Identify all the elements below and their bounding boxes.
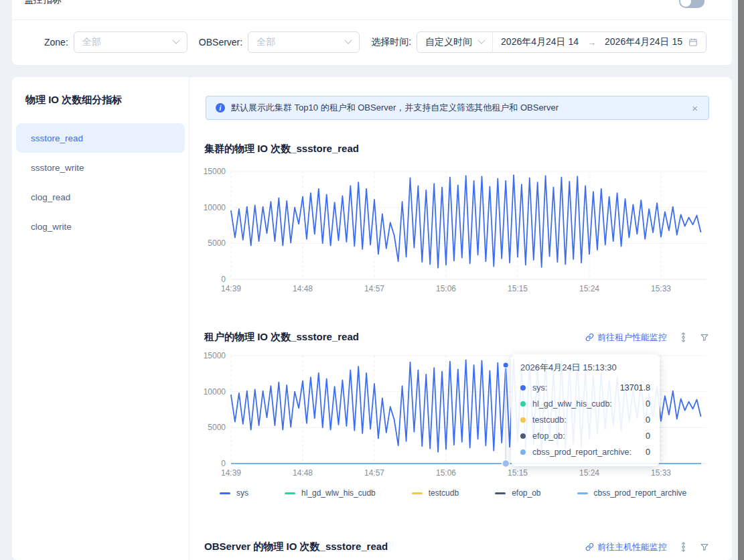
tooltip-row: hl_gd_wlw_his_cudb:0 [520, 396, 650, 412]
range-end: 2026年4月24日 15 [605, 36, 682, 48]
tooltip-series-name: efop_ob: [532, 431, 646, 441]
svg-text:15:15: 15:15 [508, 284, 528, 293]
tooltip-series-value: 0 [646, 431, 650, 441]
time-mode-value: 自定义时间 [425, 36, 472, 48]
cluster-chart[interactable]: 05000100001500014:3914:4814:5715:0615:15… [200, 165, 709, 299]
info-icon: i [216, 103, 225, 113]
cluster-chart-header: 集群的物理 IO 次数_ssstore_read [204, 142, 709, 156]
tenant-chart-header: 租户的物理 IO 次数_ssstore_read 前往租户性能监控 [204, 330, 709, 344]
host-performance-link[interactable]: 前往主机性能监控 [585, 541, 667, 553]
tenant-performance-link[interactable]: 前往租户性能监控 [585, 332, 667, 344]
svg-text:14:57: 14:57 [364, 284, 384, 293]
legend-label: sys [236, 488, 248, 498]
zone-select[interactable]: 全部 [74, 31, 188, 53]
observer-label: OBServer: [199, 37, 242, 48]
svg-text:15:06: 15:06 [436, 468, 456, 478]
legend-label: cbss_prod_report_archive [594, 488, 687, 498]
switch-toggle[interactable] [679, 0, 704, 8]
svg-text:15:15: 15:15 [508, 468, 528, 478]
legend-item-sys[interactable]: sys [220, 488, 248, 498]
svg-text:14:57: 14:57 [364, 468, 384, 478]
legend-label: testcudb [429, 488, 459, 498]
observer-chart-title: OBServer 的物理 IO 次数_ssstore_read [204, 541, 585, 553]
tooltip-series-value: 0 [646, 447, 650, 457]
legend-dash-icon [495, 492, 506, 494]
link-icon [585, 543, 594, 551]
range-start: 2026年4月24日 14 [501, 36, 579, 48]
tooltip-row: efop_ob:0 [520, 428, 650, 444]
legend-dash-icon [412, 492, 423, 494]
clipped-page-tab: 监控指标 [24, 0, 62, 6]
tenant-chart-legend: syshl_gd_wlw_his_cudbtestcudbefop_obcbss… [220, 486, 709, 500]
sidebar-item-clog_read[interactable]: clog_read [16, 182, 185, 212]
svg-text:15000: 15000 [204, 167, 226, 176]
tooltip-series-name: hl_gd_wlw_his_cudb: [532, 399, 646, 409]
sidebar-item-clog_write[interactable]: clog_write [16, 212, 185, 241]
switch-knob [680, 0, 691, 7]
observer-select[interactable]: 全部 [248, 31, 360, 53]
svg-text:14:39: 14:39 [221, 284, 241, 293]
legend-item-testcudb[interactable]: testcudb [412, 488, 459, 498]
tenant-chart[interactable]: 05000100001500014:3914:4814:5715:0615:15… [200, 349, 709, 483]
tooltip-series-value: 13701.8 [620, 383, 650, 393]
tooltip-row: testcudb:0 [520, 412, 650, 428]
move-icon[interactable] [678, 542, 688, 552]
sidebar-list: ssstore_readssstore_writeclog_readclog_w… [12, 123, 189, 241]
legend-label: efop_ob [512, 488, 540, 498]
legend-dash-icon [577, 492, 588, 494]
chevron-down-icon [345, 37, 352, 44]
legend-item-cbss_prod_report_archive[interactable]: cbss_prod_report_archive [577, 488, 687, 498]
svg-text:15:06: 15:06 [436, 284, 456, 293]
chart-tooltip: 2026年4月24日 15:13:30 sys:13701.8hl_gd_wlw… [511, 354, 660, 466]
legend-item-efop_ob[interactable]: efop_ob [495, 488, 540, 498]
host-link-label: 前往主机性能监控 [597, 541, 667, 553]
tooltip-row: sys:13701.8 [520, 380, 650, 396]
content-card: 物理 IO 次数细分指标 ssstore_readssstore_writecl… [12, 77, 732, 560]
clipped-top-row: 监控指标 [12, 0, 732, 20]
series-dot-icon [520, 433, 526, 439]
tenant-link-label: 前往租户性能监控 [597, 332, 667, 344]
date-range-picker[interactable]: 2026年4月24日 14 → 2026年4月24日 15 [493, 36, 706, 48]
close-icon[interactable]: × [690, 102, 699, 115]
cluster-chart-canvas[interactable]: 05000100001500014:3914:4814:5715:0615:15… [200, 165, 709, 299]
filter-row: Zone: 全部 OBServer: 全部 选择时间: 自定义时间 2026年4… [12, 20, 732, 64]
vertical-scrollbar[interactable] [738, 0, 744, 560]
svg-text:14:48: 14:48 [293, 284, 313, 293]
range-arrow: → [587, 38, 596, 48]
banner-text: 默认展示此集群 Top10 的租户和 OBServer，并支持自定义筛选其他租户… [231, 102, 690, 114]
series-dot-icon [520, 385, 526, 391]
move-icon[interactable] [678, 332, 688, 342]
tenant-chart-title: 租户的物理 IO 次数_ssstore_read [204, 331, 585, 344]
sidebar-title: 物理 IO 次数细分指标 [12, 94, 189, 107]
funnel-icon[interactable] [700, 543, 709, 552]
funnel-icon[interactable] [700, 333, 709, 342]
sidebar-item-ssstore_write[interactable]: ssstore_write [16, 153, 185, 182]
sidebar-item-ssstore_read[interactable]: ssstore_read [16, 123, 185, 153]
svg-text:5000: 5000 [208, 238, 226, 248]
legend-dash-icon [220, 492, 230, 494]
svg-text:15:24: 15:24 [579, 468, 599, 478]
svg-text:0: 0 [221, 459, 226, 468]
tooltip-series-value: 0 [646, 415, 650, 425]
svg-text:14:39: 14:39 [221, 468, 241, 478]
zone-label: Zone: [44, 37, 68, 48]
link-icon [585, 333, 594, 342]
time-label: 选择时间: [371, 36, 411, 48]
zone-select-value: 全部 [82, 36, 173, 48]
legend-dash-icon [285, 492, 295, 494]
legend-item-hl_gd_wlw_his_cudb[interactable]: hl_gd_wlw_his_cudb [285, 488, 376, 498]
series-dot-icon [520, 417, 526, 423]
observer-select-value: 全部 [256, 36, 346, 48]
svg-text:15:24: 15:24 [579, 284, 599, 293]
time-mode-select[interactable]: 自定义时间 [417, 36, 492, 48]
tooltip-series-name: cbss_prod_report_archive: [532, 447, 646, 457]
series-dot-icon [520, 449, 526, 455]
series-dot-icon [520, 401, 526, 407]
tooltip-timestamp: 2026年4月24日 15:13:30 [520, 362, 650, 374]
observer-chart-header: OBServer 的物理 IO 次数_ssstore_read 前往主机性能监控 [204, 540, 709, 554]
legend-label: hl_gd_wlw_his_cudb [301, 488, 376, 498]
chevron-down-icon [477, 37, 485, 44]
svg-text:10000: 10000 [204, 203, 226, 212]
cluster-chart-title: 集群的物理 IO 次数_ssstore_read [204, 143, 709, 155]
chevron-down-icon [172, 37, 179, 44]
